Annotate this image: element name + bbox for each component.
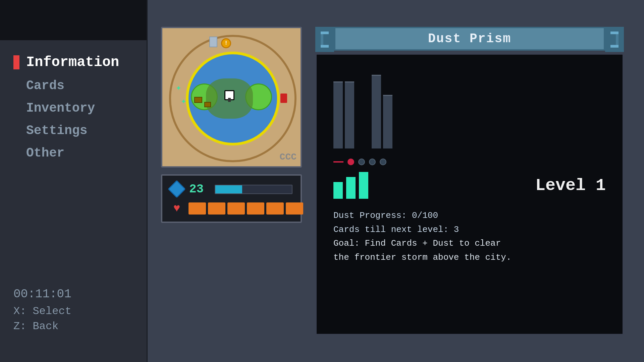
info-title-text: Dust Prism — [428, 32, 511, 46]
dust-stat-row: 23 — [170, 182, 292, 196]
svg-rect-8 — [610, 32, 616, 34]
chart-bar-4 — [383, 95, 392, 148]
health-seg-5 — [266, 202, 284, 215]
sidebar-item-information[interactable]: Information — [0, 50, 147, 74]
game-timer: 00:11:01 — [13, 287, 71, 301]
sidebar-item-label: Other — [26, 146, 64, 160]
sidebar-item-settings[interactable]: Settings — [0, 119, 147, 142]
map-chest-1 — [194, 97, 202, 103]
title-bracket-right — [605, 27, 624, 52]
health-stat-row: ♥ — [170, 202, 292, 215]
bracket-left-icon — [321, 32, 329, 48]
svg-rect-9 — [610, 45, 616, 48]
level-row: Level 1 — [323, 169, 616, 202]
map-watermark: CCC — [280, 152, 297, 162]
sidebar-item-label: Information — [26, 54, 119, 70]
dust-bar — [215, 185, 292, 194]
chart-bar-3 — [372, 75, 381, 148]
dust-value: 23 — [189, 182, 209, 196]
sidebar-item-label: Inventory — [26, 101, 95, 115]
title-bar-wrapper: Dust Prism — [315, 27, 624, 52]
svg-rect-4 — [323, 45, 329, 48]
sidebar-top-bar — [0, 0, 147, 40]
map-npc-icon — [209, 37, 217, 47]
info-panel-body: Level 1 Dust Progress: 0/100 Cards till … — [315, 53, 624, 335]
left-panel: ! ✦ ✦ CCC 23 — [161, 27, 302, 335]
map-cross-marker-1: ✦ — [176, 82, 181, 93]
svg-rect-1 — [321, 34, 323, 45]
svg-rect-0 — [321, 32, 323, 34]
sidebar-item-cards[interactable]: Cards — [0, 74, 147, 97]
bottom-info: 00:11:01 X: Select Z: Back — [13, 287, 71, 335]
sidebar-item-other[interactable]: Other — [0, 142, 147, 164]
chart-area — [323, 61, 616, 155]
health-seg-1 — [189, 202, 206, 215]
main-content: ! ✦ ✦ CCC 23 — [148, 0, 644, 362]
cards-next-level-text: Cards till next level: 3 — [333, 223, 606, 237]
dust-icon — [170, 183, 184, 196]
map-chest-2 — [204, 102, 211, 107]
map-warning-icon: ! — [221, 38, 231, 48]
stats-container: 23 ♥ — [161, 174, 302, 223]
map-player — [224, 90, 234, 100]
desc-area: Dust Progress: 0/100 Cards till next lev… — [323, 202, 616, 327]
chart-bar-group-1 — [333, 81, 354, 148]
progress-dot-2 — [369, 159, 376, 165]
map-container: ! ✦ ✦ CCC — [161, 27, 302, 168]
progress-dot-3 — [380, 159, 386, 165]
svg-rect-2 — [321, 45, 323, 48]
health-seg-4 — [247, 202, 264, 215]
health-seg-6 — [286, 202, 303, 215]
chart-bar-1 — [333, 81, 343, 148]
dust-progress-text: Dust Progress: 0/100 — [333, 209, 606, 223]
active-indicator — [13, 55, 19, 69]
goal-text-line1: Goal: Find Cards + Dust to clear — [333, 237, 606, 251]
chart-bar-2 — [345, 81, 354, 148]
level-bar-3 — [359, 172, 368, 199]
health-seg-2 — [208, 202, 225, 215]
control-select: X: Select — [13, 305, 71, 317]
map-enemy-icon — [280, 94, 287, 103]
svg-rect-3 — [323, 32, 329, 34]
sidebar: Information Cards Inventory Settings Oth… — [0, 0, 148, 362]
heart-icon: ♥ — [170, 202, 183, 215]
map-cross-marker-2: ✦ — [181, 95, 186, 107]
map-scene: ! ✦ ✦ CCC — [162, 28, 301, 166]
sidebar-item-label: Cards — [26, 78, 64, 93]
sidebar-item-label: Settings — [26, 123, 87, 138]
level-label: Level 1 — [535, 176, 606, 195]
progress-dots — [323, 155, 616, 169]
nav-menu: Information Cards Inventory Settings Oth… — [0, 40, 147, 164]
svg-rect-6 — [616, 34, 619, 45]
title-bracket-left — [315, 27, 334, 52]
level-bar-2 — [346, 177, 356, 199]
right-panel: Dust Prism — [315, 27, 624, 335]
dust-bar-fill — [215, 185, 242, 193]
level-bars — [333, 172, 368, 199]
svg-rect-7 — [616, 45, 619, 48]
goal-text-line2: the frontier storm above the city. — [333, 251, 606, 265]
health-seg-3 — [227, 202, 245, 215]
progress-dot-active — [347, 159, 354, 165]
svg-rect-5 — [616, 32, 619, 34]
health-segments — [189, 202, 303, 215]
progress-line — [333, 161, 343, 163]
progress-dot-1 — [358, 159, 365, 165]
bracket-right-icon — [610, 32, 619, 48]
info-title-bar: Dust Prism — [334, 27, 605, 51]
sidebar-item-inventory[interactable]: Inventory — [0, 97, 147, 119]
control-back: Z: Back — [13, 320, 71, 333]
chart-bar-group-2 — [372, 75, 392, 148]
level-bar-1 — [333, 182, 343, 199]
